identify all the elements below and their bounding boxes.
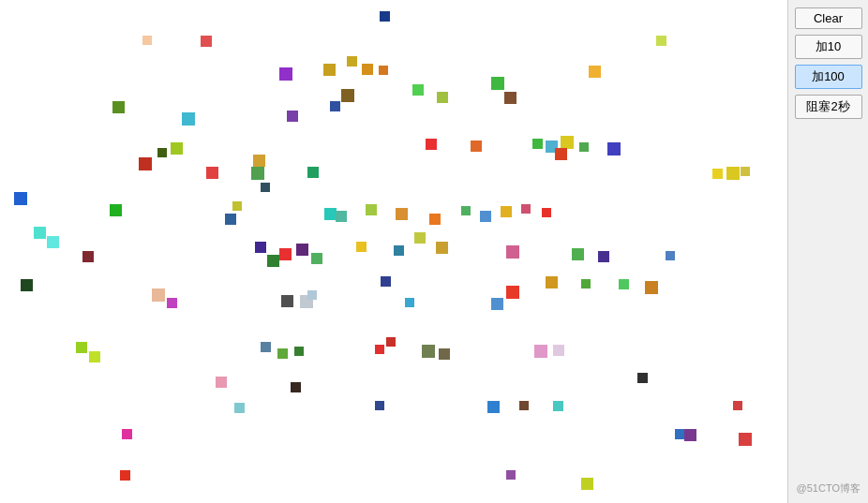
dot: [347, 56, 357, 67]
dot: [521, 204, 531, 214]
dot: [506, 286, 519, 299]
dot: [589, 66, 601, 78]
dot: [534, 345, 547, 358]
dot: [294, 347, 304, 356]
dot: [89, 351, 100, 362]
dot: [267, 255, 279, 267]
dot: [234, 403, 245, 413]
dot: [171, 142, 183, 155]
dot: [542, 208, 551, 217]
dot: [336, 211, 347, 222]
dot: [553, 401, 563, 411]
dot: [225, 214, 236, 225]
dot: [739, 433, 752, 446]
dot: [501, 206, 512, 217]
dot: [555, 148, 567, 160]
dot: [167, 298, 177, 308]
watermark: @51CTO博客: [797, 481, 861, 496]
dot: [519, 401, 529, 410]
dot: [120, 470, 130, 481]
dot: [112, 101, 125, 113]
dot: [261, 183, 270, 192]
dot-canvas: [0, 0, 787, 503]
dot: [82, 251, 94, 262]
dot: [394, 245, 404, 256]
dot: [255, 242, 266, 253]
dot: [598, 251, 609, 262]
dot: [429, 214, 441, 225]
dot: [279, 248, 292, 260]
dot: [437, 92, 448, 103]
sidebar: Clear 加10 加100 阻塞2秒: [787, 0, 868, 503]
dot: [157, 148, 167, 157]
dot: [291, 382, 301, 392]
dot: [182, 112, 195, 126]
dot: [110, 204, 122, 216]
dot: [405, 298, 414, 307]
dot: [366, 204, 377, 215]
dot: [47, 236, 59, 248]
dot: [122, 429, 132, 439]
dot: [684, 429, 696, 441]
dot: [581, 478, 593, 490]
dot: [142, 36, 152, 45]
dot: [251, 167, 264, 180]
dot: [380, 11, 390, 22]
dot: [201, 36, 212, 47]
dot: [656, 36, 666, 46]
dot: [579, 142, 589, 152]
dot: [216, 377, 227, 388]
dot: [152, 288, 165, 302]
dot: [506, 470, 516, 480]
dot: [553, 345, 564, 356]
dot: [375, 401, 384, 410]
dot: [619, 279, 629, 289]
dot: [436, 242, 448, 254]
dot: [480, 211, 491, 222]
dot: [253, 155, 265, 167]
dot: [386, 337, 396, 347]
dot: [381, 276, 391, 287]
dot: [14, 192, 27, 205]
dot: [356, 242, 367, 252]
dot: [504, 92, 516, 104]
dot: [561, 136, 574, 149]
dot: [506, 245, 519, 259]
dot: [572, 248, 584, 260]
dot: [726, 167, 740, 180]
dot: [206, 167, 218, 179]
dot: [487, 401, 500, 413]
dot: [666, 251, 675, 260]
dot: [277, 348, 288, 359]
dot: [532, 139, 543, 149]
dot: [645, 281, 658, 294]
dot: [76, 342, 87, 353]
dot: [396, 208, 408, 220]
dot: [307, 167, 319, 178]
dot: [311, 253, 322, 264]
dot: [21, 279, 33, 291]
dot: [261, 342, 271, 352]
dot: [426, 139, 437, 150]
dot: [461, 206, 471, 215]
dot: [637, 373, 648, 383]
dot: [581, 279, 591, 288]
dot: [281, 295, 293, 307]
add10-button[interactable]: 加10: [795, 35, 862, 59]
dot: [307, 290, 317, 300]
add100-button[interactable]: 加100: [795, 65, 862, 89]
dot: [330, 101, 340, 111]
dot: [362, 64, 373, 75]
dot: [491, 298, 503, 310]
dot: [712, 169, 723, 179]
dot: [491, 77, 504, 90]
dot: [607, 142, 621, 155]
dot: [232, 201, 242, 211]
clear-button[interactable]: Clear: [795, 7, 862, 29]
block2s-button[interactable]: 阻塞2秒: [795, 95, 862, 119]
dot: [375, 345, 384, 354]
dot: [139, 157, 152, 170]
dot: [741, 167, 750, 176]
dot: [341, 89, 354, 102]
dot: [439, 348, 450, 360]
